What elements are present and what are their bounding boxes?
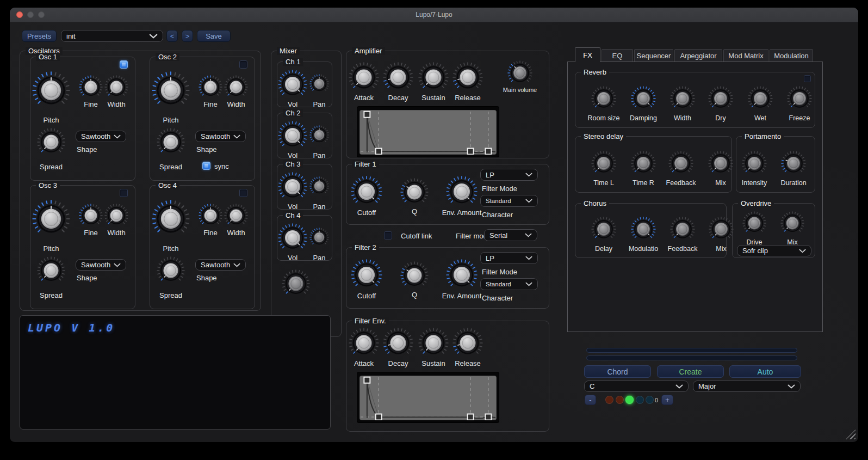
reverb-enable-checkbox[interactable] <box>804 75 811 82</box>
save-button[interactable]: Save <box>197 30 231 42</box>
filter1-character-select[interactable]: Standard <box>480 195 538 207</box>
ch4-pan-knob[interactable]: Pan <box>309 228 329 262</box>
tab-mod-matrix[interactable]: Mod Matrix <box>723 49 768 62</box>
overdrive-mix-knob[interactable]: Mix <box>780 211 804 246</box>
chord-dot-4[interactable] <box>636 396 644 404</box>
amp-decay-knob[interactable]: Decay <box>383 62 413 102</box>
fenv-release-knob[interactable]: Release <box>452 328 483 367</box>
chorus-modulation-knob[interactable]: Modulatio <box>631 217 656 253</box>
osc2-fine-knob[interactable]: Fine <box>199 75 222 108</box>
filter1-mode-select[interactable]: LP <box>480 169 538 181</box>
ch4-vol-knob[interactable]: Vol <box>278 223 307 262</box>
delay-time-r-knob[interactable]: Time R <box>631 151 656 187</box>
osc1-spread-knob[interactable]: Spread <box>37 128 65 171</box>
reverb-damping-knob[interactable]: Damping <box>631 86 656 122</box>
osc1-pitch-knob[interactable]: Pitch <box>32 71 70 124</box>
delay-feedback-knob[interactable]: Feedback <box>668 151 693 187</box>
osc4-width-knob[interactable]: Width <box>224 204 248 237</box>
mixer-master-knob[interactable] <box>282 269 310 298</box>
chord-plus-button[interactable]: + <box>661 395 673 405</box>
osc3-spread-knob[interactable]: Spread <box>37 256 65 299</box>
filter2-q-knob[interactable]: Q <box>400 261 429 299</box>
osc3-fine-knob[interactable]: Fine <box>79 204 103 237</box>
filter2-mode-select[interactable]: LP <box>480 252 538 264</box>
overdrive-drive-knob[interactable]: Drive <box>742 211 766 246</box>
chord-root-select[interactable]: C <box>584 381 689 392</box>
osc2-shape-select[interactable]: Sawtooth <box>195 131 246 142</box>
chorus-feedback-knob[interactable]: Feedback <box>670 217 695 253</box>
ch2-pan-knob[interactable]: Pan <box>309 125 329 160</box>
filter-envelope-display[interactable] <box>357 372 499 422</box>
osc4-shape-select[interactable]: Sawtooth <box>195 259 246 271</box>
auto-button[interactable]: Auto <box>729 365 801 378</box>
reverb-room-size-knob[interactable]: Room size <box>591 86 616 122</box>
chord-bar-2[interactable] <box>586 355 797 360</box>
titlebar[interactable]: Lupo/7-Lupo <box>10 8 858 22</box>
filter1-q-knob[interactable]: Q <box>400 178 429 216</box>
portamento-intensity-knob[interactable]: Intensity <box>742 151 767 187</box>
filter2-env-amount-knob[interactable]: Env. Amount <box>446 259 478 300</box>
osc2-sync-checkbox[interactable] <box>202 162 210 170</box>
overdrive-clip-select[interactable]: Sofr clip <box>737 245 811 256</box>
amp-attack-knob[interactable]: Attack <box>349 62 379 102</box>
reverb-width-knob[interactable]: Width <box>670 86 695 122</box>
maximize-button[interactable] <box>38 11 45 18</box>
chord-dot-1[interactable] <box>605 396 613 404</box>
osc3-pitch-knob[interactable]: Pitch <box>32 200 70 253</box>
preset-next-button[interactable]: > <box>182 30 193 42</box>
chorus-delay-knob[interactable]: Delay <box>591 217 616 253</box>
osc3-enable-checkbox[interactable] <box>120 189 128 197</box>
ch3-pan-knob[interactable]: Pan <box>309 176 329 211</box>
chord-scale-select[interactable]: Major <box>693 381 801 392</box>
osc2-enable-checkbox[interactable] <box>239 60 247 69</box>
osc1-enable-checkbox[interactable] <box>120 60 128 69</box>
ch1-vol-knob[interactable]: Vol <box>278 70 307 108</box>
fenv-decay-knob[interactable]: Decay <box>383 328 413 367</box>
osc3-shape-select[interactable]: Sawtooth <box>76 259 126 271</box>
tab-fx[interactable]: FX <box>575 47 600 62</box>
delay-mix-knob[interactable]: Mix <box>708 151 733 187</box>
osc1-width-knob[interactable]: Width <box>104 75 128 108</box>
ch2-vol-knob[interactable]: Vol <box>278 121 307 160</box>
presets-button[interactable]: Presets <box>22 30 57 42</box>
osc4-enable-checkbox[interactable] <box>239 189 247 197</box>
chorus-mix-knob[interactable]: Mix <box>709 217 734 253</box>
ch1-pan-knob[interactable]: Pan <box>309 74 329 108</box>
tab-sequencer[interactable]: Sequencer <box>634 49 673 62</box>
chord-dot-3[interactable] <box>625 396 634 404</box>
osc1-fine-knob[interactable]: Fine <box>79 75 103 108</box>
fenv-attack-knob[interactable]: Attack <box>349 328 379 367</box>
amp-envelope-display[interactable] <box>357 107 499 157</box>
filter2-cutoff-knob[interactable]: Cutoff <box>351 259 382 300</box>
close-button[interactable] <box>16 11 23 18</box>
chord-dot-2[interactable] <box>616 396 624 404</box>
osc4-spread-knob[interactable]: Spread <box>157 256 185 299</box>
reverb-freeze-knob[interactable]: Freeze <box>787 86 812 122</box>
preset-select[interactable]: init <box>61 30 163 42</box>
ch3-vol-knob[interactable]: Vol <box>278 172 307 211</box>
amp-sustain-knob[interactable]: Sustain <box>418 62 449 102</box>
main-volume-knob[interactable]: Main volume <box>507 60 532 93</box>
create-button[interactable]: Create <box>657 365 724 378</box>
reverb-wet-knob[interactable]: Wet <box>748 86 773 122</box>
filter-routing-select[interactable]: Serial <box>484 229 537 241</box>
tab-eq[interactable]: EQ <box>602 49 633 62</box>
cutoff-link-checkbox[interactable] <box>384 231 392 240</box>
chord-minus-button[interactable]: - <box>585 395 596 405</box>
filter2-character-select[interactable]: Standard <box>480 278 538 290</box>
chord-dot-5[interactable] <box>646 396 654 404</box>
tab-arpeggiator[interactable]: Arpeggiator <box>674 49 722 62</box>
preset-prev-button[interactable]: < <box>166 30 178 42</box>
chord-bar-1[interactable] <box>586 348 797 353</box>
osc2-pitch-knob[interactable]: Pitch <box>152 71 190 124</box>
amp-release-knob[interactable]: Release <box>452 62 483 102</box>
osc2-spread-knob[interactable]: Spread <box>157 128 185 171</box>
chord-button[interactable]: Chord <box>584 365 651 378</box>
fenv-sustain-knob[interactable]: Sustain <box>418 328 449 367</box>
delay-time-l-knob[interactable]: Time L <box>591 151 616 187</box>
portamento-duration-knob[interactable]: Duration <box>781 151 806 187</box>
osc4-fine-knob[interactable]: Fine <box>199 204 222 237</box>
osc4-pitch-knob[interactable]: Pitch <box>152 200 190 253</box>
filter1-env-amount-knob[interactable]: Env. Amount <box>446 176 478 217</box>
osc2-width-knob[interactable]: Width <box>224 75 248 108</box>
